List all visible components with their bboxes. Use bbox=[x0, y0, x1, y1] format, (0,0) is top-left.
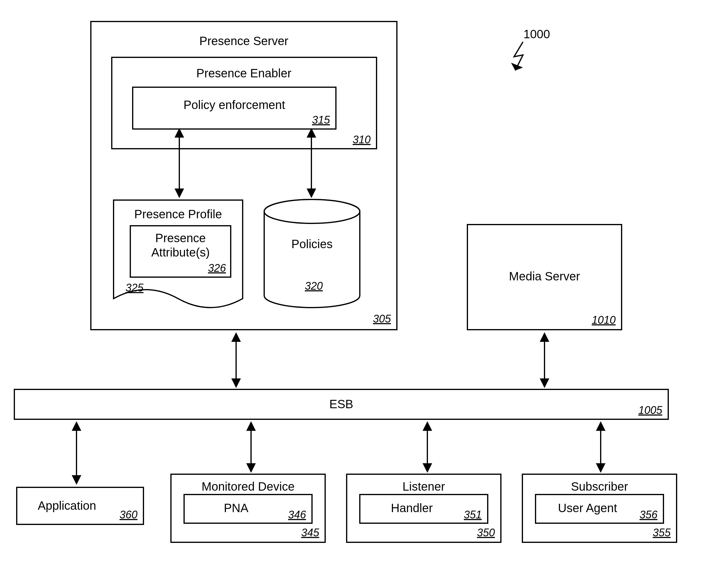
figure-ref-icon: 1000 bbox=[511, 27, 550, 71]
subscriber-title: Subscriber bbox=[571, 480, 628, 493]
listener-ref: 350 bbox=[477, 526, 495, 539]
user-agent-title: User Agent bbox=[558, 501, 617, 514]
policy-enforcement-ref: 315 bbox=[312, 114, 330, 126]
presence-attributes-title-1: Presence bbox=[155, 232, 206, 245]
presence-attributes-title-2: Attribute(s) bbox=[151, 246, 210, 259]
monitored-device-title: Monitored Device bbox=[201, 480, 294, 493]
handler-title: Handler bbox=[391, 501, 433, 514]
policies-ref: 320 bbox=[305, 280, 323, 292]
handler-box: Handler 351 bbox=[360, 494, 488, 523]
subscriber-box: Subscriber 355 User Agent 356 bbox=[522, 474, 677, 542]
subscriber-ref: 355 bbox=[653, 526, 671, 539]
presence-enabler-title: Presence Enabler bbox=[196, 67, 291, 80]
esb-title: ESB bbox=[329, 397, 353, 411]
policy-enforcement-title: Policy enforcement bbox=[183, 98, 285, 111]
handler-ref: 351 bbox=[464, 509, 482, 521]
monitored-device-box: Monitored Device 345 PNA 346 bbox=[171, 474, 325, 542]
application-title: Application bbox=[38, 499, 96, 512]
media-server-ref: 1010 bbox=[592, 314, 616, 326]
application-box: Application 360 bbox=[17, 487, 143, 524]
media-server-box: Media Server 1010 bbox=[467, 225, 622, 330]
presence-attributes-box: Presence Attribute(s) 326 bbox=[130, 226, 231, 277]
presence-attributes-ref: 326 bbox=[208, 262, 226, 274]
presence-server-ref: 305 bbox=[373, 313, 391, 325]
pna-title: PNA bbox=[224, 501, 249, 514]
monitored-device-ref: 345 bbox=[301, 526, 319, 539]
pna-box: PNA 346 bbox=[184, 494, 312, 523]
figure-ref-label: 1000 bbox=[524, 27, 550, 41]
policies-cylinder: Policies 320 bbox=[264, 200, 360, 307]
presence-server-title: Presence Server bbox=[199, 34, 288, 48]
presence-profile-box: Presence Profile 325 Presence Attribute(… bbox=[114, 200, 243, 307]
presence-profile-ref: 325 bbox=[126, 281, 144, 294]
media-server-title: Media Server bbox=[509, 270, 580, 283]
presence-server-box: Presence Server 305 Presence Enabler 310… bbox=[91, 22, 397, 330]
presence-enabler-box: Presence Enabler 310 Policy enforcement … bbox=[112, 57, 377, 149]
svg-point-4 bbox=[264, 200, 360, 223]
application-ref: 360 bbox=[120, 509, 137, 521]
presence-profile-title: Presence Profile bbox=[134, 208, 222, 221]
esb-ref: 1005 bbox=[638, 404, 663, 416]
user-agent-ref: 356 bbox=[640, 509, 658, 521]
listener-title: Listener bbox=[403, 480, 445, 493]
listener-box: Listener 350 Handler 351 bbox=[347, 474, 501, 542]
presence-enabler-ref: 310 bbox=[353, 134, 371, 146]
policies-title: Policies bbox=[291, 238, 333, 251]
user-agent-box: User Agent 356 bbox=[536, 494, 663, 523]
pna-ref: 346 bbox=[288, 509, 306, 521]
architecture-diagram: 1000 Presence Server 305 Presence Enable… bbox=[0, 0, 728, 562]
policy-enforcement-box: Policy enforcement 315 bbox=[133, 87, 336, 129]
esb-box: ESB 1005 bbox=[14, 389, 668, 419]
